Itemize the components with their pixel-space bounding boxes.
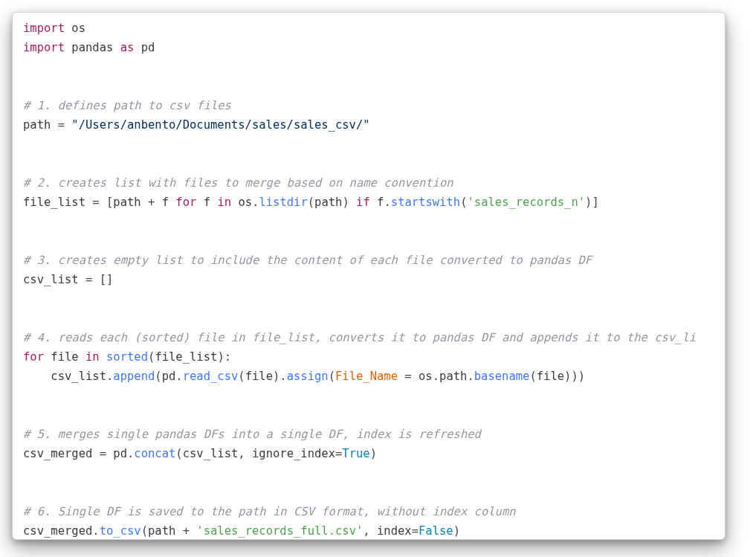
tok-paren: ))): [564, 370, 585, 383]
tok-csvmerged: csv_merged: [23, 447, 92, 460]
tok-for: for: [175, 196, 196, 209]
tok-paren: ): [453, 524, 460, 538]
tok-paren: (: [155, 370, 161, 383]
tok-true: True: [342, 447, 369, 460]
comment-3: # 3. creates empty list to include the c…: [23, 254, 592, 267]
tok-paren: (: [141, 524, 148, 538]
comment-5: # 5. merges single pandas DFs into a sin…: [23, 428, 481, 441]
comment-6: # 6. Single DF is saved to the path in C…: [23, 505, 516, 518]
tok-paren: ): [370, 447, 377, 460]
tok-path: path: [148, 524, 175, 538]
tok-paren: (: [175, 447, 182, 460]
tok-eq: =: [412, 524, 419, 538]
tok-f: f: [204, 196, 210, 209]
tok-basename: basename: [474, 370, 530, 383]
tok-dot: .: [106, 370, 113, 383]
tok-eq: =: [335, 447, 342, 460]
tok-f: f: [162, 196, 169, 209]
code-block: import os import pandas as pd # 1. defin…: [23, 19, 714, 540]
tok-as: as: [120, 41, 135, 54]
tok-plus: +: [141, 196, 162, 209]
tok-import: import: [23, 22, 65, 35]
tok-startswith: startswith: [391, 196, 460, 209]
tok-path-str: "/Users/anbento/Documents/sales/sales_cs…: [71, 118, 369, 132]
tok-dot: .: [92, 524, 99, 538]
tok-false: False: [419, 524, 453, 538]
tok-csvlist: csv_list: [23, 273, 79, 286]
tok-ignoreindex: ignore_index: [252, 447, 335, 460]
tok-paren: ).: [273, 370, 287, 383]
code-card: import os import pandas as pd # 1. defin…: [12, 12, 726, 540]
tok-eq-empty: = []: [79, 273, 114, 286]
tok-paren: (: [238, 370, 245, 383]
tok-strlit: 'sales_records_n': [467, 196, 585, 209]
tok-filelist: file_list: [23, 196, 85, 209]
tok-pd: pd: [113, 447, 127, 460]
tok-file: file: [51, 350, 78, 364]
tok-eq: =: [398, 370, 419, 383]
tok-listdir: listdir: [259, 196, 307, 209]
tok-concat: concat: [134, 447, 175, 460]
tok-if: if: [356, 196, 370, 209]
tok-path: path: [113, 196, 140, 209]
tok-paren: ):: [217, 350, 231, 364]
tok-eq: =: [92, 447, 113, 460]
tok-pd: pd: [162, 370, 176, 383]
tok-paren: (: [529, 370, 536, 383]
tok-dot: .: [127, 447, 134, 460]
tok-readcsv: read_csv: [183, 370, 239, 383]
tok-in: in: [217, 196, 231, 209]
comment-1: # 1. defines path to csv files: [23, 99, 231, 112]
tok-tocsv: to_csv: [100, 524, 141, 538]
tok-os: os: [419, 370, 433, 383]
tok-comma: ,: [238, 447, 252, 460]
comment-4: # 4. reads each (sorted) file in file_li…: [23, 331, 696, 344]
comment-2: # 2. creates list with files to merge ba…: [23, 176, 453, 190]
tok-os: os: [238, 196, 252, 209]
tok-assign: assign: [287, 370, 329, 383]
tok-in: in: [85, 350, 100, 364]
tok-dot: .: [433, 370, 439, 383]
tok-indexkw: index: [377, 524, 412, 538]
tok-eqbr: = [: [85, 196, 113, 209]
tok-comma: ,: [363, 524, 377, 538]
tok-os: os: [71, 22, 85, 35]
tok-filelist: file_list: [155, 350, 217, 364]
tok-plus: +: [175, 524, 196, 538]
tok-paren: (: [308, 196, 314, 209]
tok-paren: ): [342, 196, 349, 209]
tok-append: append: [113, 370, 155, 383]
tok-csvlist: csv_list: [51, 370, 106, 383]
tok-file: file: [245, 370, 273, 383]
tok-file: file: [537, 370, 564, 383]
indent: [23, 370, 51, 383]
tok-pandas: pandas: [71, 41, 113, 54]
tok-paren: (: [329, 370, 335, 383]
tok-csvlist: csv_list: [183, 447, 239, 460]
tok-import: import: [23, 41, 65, 54]
tok-for: for: [23, 350, 44, 364]
tok-path-var: path: [23, 118, 51, 132]
tok-sorted: sorted: [106, 350, 148, 364]
tok-eq: =: [51, 118, 71, 132]
tok-pd: pd: [141, 41, 155, 54]
tok-dot: .: [252, 196, 259, 209]
tok-paren: (: [148, 350, 155, 364]
tok-dot: .: [384, 196, 390, 209]
tok-dot: .: [467, 370, 474, 383]
tok-dot: .: [175, 370, 182, 383]
tok-paren: )]: [585, 196, 599, 209]
tok-filename-param: File_Name: [335, 370, 398, 383]
tok-path: path: [314, 196, 342, 209]
tok-path: path: [439, 370, 467, 383]
tok-outfile: 'sales_records_full.csv': [196, 524, 363, 538]
tok-csvmerged: csv_merged: [23, 524, 92, 538]
